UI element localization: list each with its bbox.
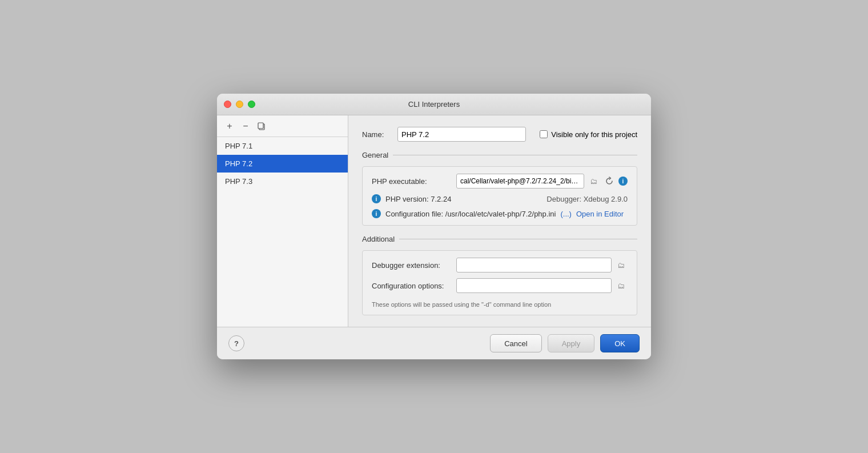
help-button[interactable]: ? [228,335,244,351]
title-bar: CLI Interpreters [217,94,651,115]
copy-interpreter-button[interactable] [255,119,268,133]
dialog-body: + − PHP 7.1 PHP 7.2 PHP 7.3 Name: [217,115,651,327]
debugger-extension-row: Debugger extension: 🗂 [372,258,628,272]
visible-only-area: Visible only for this project [540,130,637,139]
additional-section-line [399,239,637,239]
debugger-folder-icon: 🗂 [617,261,625,270]
cli-interpreters-dialog: CLI Interpreters + − PHP 7.1 PHP 7.2 PHP… [217,94,651,359]
refresh-icon [605,177,614,186]
general-section-header: General [362,151,637,159]
debugger-browse-button[interactable]: 🗂 [614,258,628,272]
browse-button[interactable]: 🗂 [586,174,600,188]
config-options-browse-button[interactable]: 🗂 [614,279,628,292]
action-buttons: Cancel Apply OK [490,334,640,352]
cancel-button[interactable]: Cancel [490,334,541,352]
php-executable-label: PHP executable: [372,177,452,186]
folder-icon: 🗂 [590,177,597,186]
hint-text: These options will be passed using the "… [372,301,628,308]
configuration-options-wrap: 🗂 [456,278,628,293]
apply-button[interactable]: Apply [548,334,595,352]
config-ellipsis-link[interactable]: (...) [560,210,572,218]
debugger-extension-label: Debugger extension: [372,261,452,270]
additional-section-header: Additional [362,235,637,243]
info-icon: i [618,177,628,186]
configuration-options-input[interactable] [456,278,612,293]
interpreter-item-php73[interactable]: PHP 7.3 [217,173,348,190]
additional-section-title: Additional [362,235,395,243]
config-file-text: Configuration file: /usr/local/etc/valet… [385,210,556,218]
window-title: CLI Interpreters [408,100,460,109]
debugger-extension-wrap: 🗂 [456,258,628,272]
debugger-text: Debugger: Xdebug 2.9.0 [546,195,628,203]
add-interpreter-button[interactable]: + [223,119,236,133]
left-panel: + − PHP 7.1 PHP 7.2 PHP 7.3 [217,115,348,327]
configuration-options-label: Configuration options: [372,282,452,290]
php-executable-row: PHP executable: 🗂 i [372,174,628,189]
general-section-title: General [362,151,388,159]
visible-only-checkbox[interactable] [540,130,548,138]
maximize-button[interactable] [248,101,255,108]
config-file-row: i Configuration file: /usr/local/etc/val… [372,209,628,218]
close-button[interactable] [224,101,231,108]
list-toolbar: + − [217,115,348,137]
general-section-line [393,155,637,155]
visible-only-label: Visible only for this project [551,130,637,139]
debugger-extension-input[interactable] [456,258,612,272]
config-options-folder-icon: 🗂 [617,282,625,290]
name-label: Name: [362,130,391,139]
interpreter-item-php71[interactable]: PHP 7.1 [217,137,348,155]
interpreter-list: PHP 7.1 PHP 7.2 PHP 7.3 [217,137,348,327]
general-section-content: PHP executable: 🗂 i [362,166,637,226]
php-version-info-icon: i [372,194,381,203]
php-version-row: i PHP version: 7.2.24 Debugger: Xdebug 2… [372,194,628,203]
right-panel: Name: Visible only for this project Gene… [348,115,651,327]
additional-section-content: Debugger extension: 🗂 Configuration opti… [362,250,637,315]
refresh-button[interactable] [602,174,616,188]
minimize-button[interactable] [236,101,243,108]
interpreter-item-php72[interactable]: PHP 7.2 [217,155,348,173]
remove-interpreter-button[interactable]: − [239,119,252,133]
svg-rect-1 [258,123,263,129]
php-version-text: PHP version: 7.2.24 [385,195,451,203]
ok-button[interactable]: OK [600,334,640,352]
name-input[interactable] [397,127,526,142]
php-executable-input[interactable] [456,174,584,189]
open-in-editor-link[interactable]: Open in Editor [576,210,624,218]
php-executable-input-wrap: 🗂 i [456,174,628,189]
window-controls [224,101,255,108]
configuration-options-row: Configuration options: 🗂 [372,278,628,293]
config-info-icon: i [372,209,381,218]
name-row: Name: Visible only for this project [362,127,637,142]
copy-icon [257,122,266,131]
bottom-bar: ? Cancel Apply OK [217,327,651,359]
